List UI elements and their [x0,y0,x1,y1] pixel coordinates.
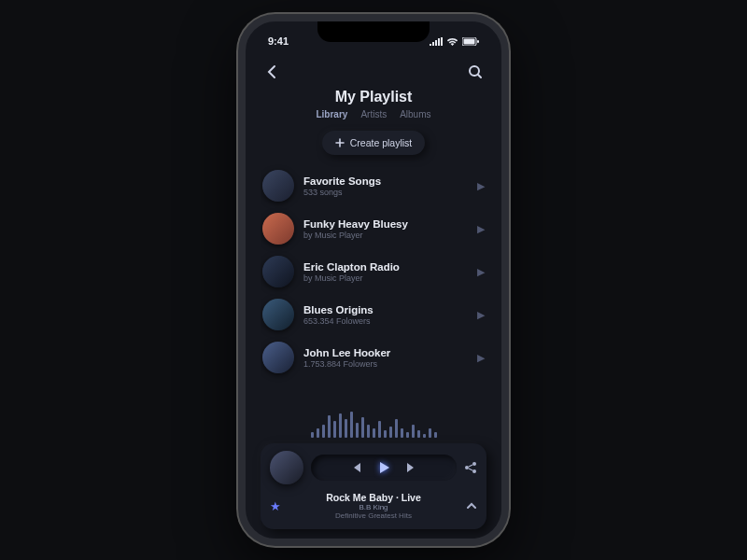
favorite-button[interactable]: ★ [270,499,281,513]
skip-forward-icon [406,462,417,473]
playlist-cover [262,213,294,245]
tab-artists[interactable]: Artists [360,109,387,119]
search-icon [468,64,483,79]
previous-button[interactable] [350,462,361,473]
playlist-text: Favorite Songs 533 songs [303,175,468,197]
play-icon[interactable]: ▶ [477,309,485,321]
playlist-subtitle: 653.354 Folowers [303,316,468,326]
track-album: Definitive Greatest Hits [290,511,457,520]
svg-rect-2 [477,40,479,43]
playlist-title: Favorite Songs [303,175,468,187]
playlist-row[interactable]: Eric Clapton Radio by Music Player ▶ [261,250,486,293]
playlist-subtitle: 533 songs [303,188,468,197]
chevron-left-icon [267,64,276,79]
play-icon[interactable]: ▶ [477,180,485,192]
notch [317,21,430,42]
tab-albums[interactable]: Albums [400,109,430,119]
search-button[interactable] [464,61,486,83]
playlist-cover [262,170,294,202]
playback-controls [311,455,457,481]
track-title: Rock Me Baby · Live [290,492,457,503]
playlist-row[interactable]: John Lee Hooker 1.753.884 Folowers ▶ [261,336,486,379]
playlist-cover [262,256,294,287]
playlist-title: Funky Heavy Bluesy [303,218,468,230]
playlist-text: Funky Heavy Bluesy by Music Player [303,218,468,240]
playlist-title: Eric Clapton Radio [303,261,468,273]
playlist-text: Blues Origins 653.354 Folowers [303,304,468,326]
plus-icon [335,138,345,147]
track-info: Rock Me Baby · Live B.B King Definitive … [290,492,457,520]
next-button[interactable] [406,462,417,473]
playlist-text: Eric Clapton Radio by Music Player [303,261,468,283]
playlist-row[interactable]: Funky Heavy Bluesy by Music Player ▶ [261,207,486,250]
playlist-row[interactable]: Blues Origins 653.354 Folowers ▶ [261,293,486,336]
svg-rect-1 [464,38,475,44]
battery-icon [462,37,479,46]
track-artist: B.B King [290,503,457,511]
title-block: My Playlist Library Artists Albums [261,89,486,119]
equalizer-visualizer [261,410,486,438]
playlist-subtitle: by Music Player [303,273,468,283]
playlist-row[interactable]: Favorite Songs 533 songs ▶ [261,164,486,207]
status-icons [430,37,479,46]
share-button[interactable] [464,461,477,474]
svg-point-6 [472,469,476,473]
play-icon[interactable]: ▶ [477,223,485,235]
play-icon [376,460,391,475]
playlist-list: Favorite Songs 533 songs ▶ Funky Heavy B… [261,164,486,406]
tab-library[interactable]: Library [316,109,347,119]
page-title: My Playlist [261,89,486,105]
now-playing-cover[interactable] [270,451,303,484]
skip-back-icon [350,462,361,473]
now-playing-panel: ★ Rock Me Baby · Live B.B King Definitiv… [261,443,486,529]
expand-button[interactable] [466,502,477,510]
top-nav [261,61,486,83]
signal-icon [430,37,443,46]
chevron-up-icon [466,502,477,510]
playlist-cover [262,342,294,373]
phone-frame: 9:41 My Playlist Library Artists Albums … [238,14,509,546]
svg-point-4 [472,462,476,466]
svg-point-5 [465,466,469,469]
status-time: 9:41 [268,35,289,47]
back-button[interactable] [261,61,283,83]
create-playlist-button[interactable]: Create playlist [322,131,426,155]
playlist-title: Blues Origins [303,304,468,315]
playlist-cover [262,299,294,330]
create-playlist-label: Create playlist [350,137,413,148]
wifi-icon [446,37,458,46]
tabs: Library Artists Albums [261,109,486,119]
playlist-subtitle: 1.753.884 Folowers [303,359,468,369]
playlist-title: John Lee Hooker [303,347,468,358]
playlist-subtitle: by Music Player [303,231,468,240]
play-icon[interactable]: ▶ [477,266,485,278]
playlist-text: John Lee Hooker 1.753.884 Folowers [303,347,468,369]
share-icon [464,461,477,474]
play-icon[interactable]: ▶ [477,352,485,364]
play-button[interactable] [376,460,391,475]
